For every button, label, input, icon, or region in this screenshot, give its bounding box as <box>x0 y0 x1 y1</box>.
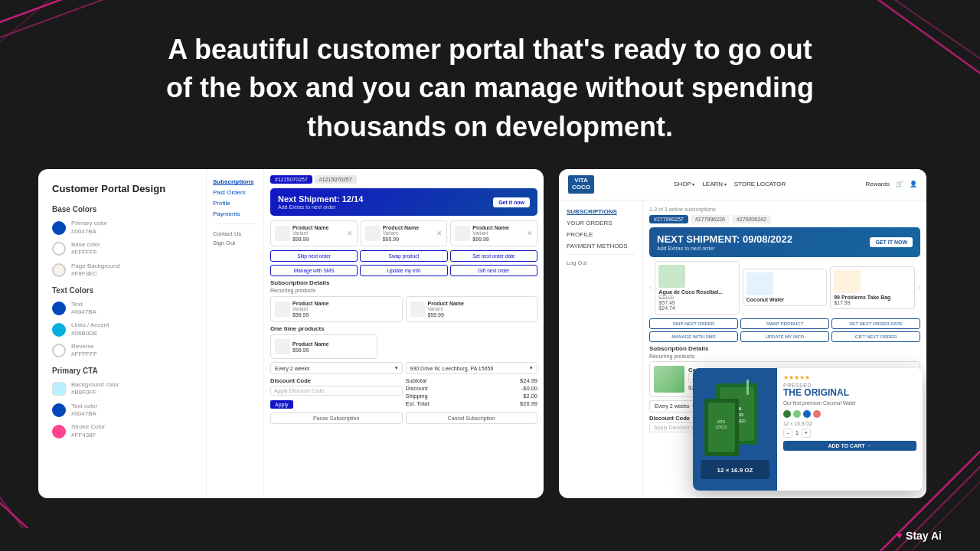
cancel-subscription-btn[interactable]: Cancel Subscription <box>406 412 538 424</box>
popup-desc: Our first premium Coconut Water <box>783 400 916 406</box>
product-card-3: Product Name Variant $99.99 ✕ <box>450 220 537 246</box>
get-it-button[interactable]: Get it now <box>493 197 530 207</box>
products-row: Product Name Variant $99.99 ✕ Product Na… <box>270 220 537 246</box>
color-label-reverse: Reverse #FFFFFF <box>71 343 97 359</box>
address-select[interactable]: 930 Drive W, Leechburg, PA 15656 ▾ <box>406 362 538 374</box>
vita-product-3: 99 Problems Take Bag $17.99 <box>830 266 914 309</box>
panel-title: Customer Portal Design <box>52 183 192 194</box>
nav-learn[interactable]: LEARN <box>702 181 726 187</box>
nav-store-locator[interactable]: STORE LOCATOR <box>734 181 786 187</box>
manage-sms-btn[interactable]: Manage with SMS <box>270 265 358 276</box>
color-item-reverse: Reverse #FFFFFF <box>52 343 192 359</box>
vita-tabs: #277990257 #277996226 #270006242 <box>649 215 920 223</box>
discount-row: Discount -$0.00 <box>406 385 538 392</box>
vita-gift-btn[interactable]: GIFT NEXT ORDER <box>831 331 920 342</box>
popup-qty-increase[interactable]: + <box>802 429 811 438</box>
nav-profile[interactable]: Profile <box>213 200 257 207</box>
gift-order-btn[interactable]: Gift next order <box>450 265 537 276</box>
nav-subscriptions[interactable]: Subscriptions <box>213 178 257 185</box>
discount-input[interactable]: Apply Discount Code <box>270 386 403 396</box>
one-time-img <box>275 339 290 354</box>
hero-section: A beautiful customer portal that's ready… <box>0 0 980 169</box>
color-dot-primary <box>52 221 66 235</box>
product-remove-3[interactable]: ✕ <box>527 230 533 237</box>
vita-nav-logout[interactable]: Log Out <box>567 259 635 266</box>
cta-stroke-item: Stroke Color #FF438F <box>52 423 192 439</box>
vita-product-img-1 <box>658 265 685 288</box>
shipment-subtitle: Add Extras to next order <box>278 204 363 210</box>
popup-add-to-cart-btn[interactable]: ADD TO CART → <box>783 441 916 451</box>
color-option-green[interactable] <box>783 410 791 418</box>
vita-set-date-btn[interactable]: SET NEXT ORDER DATE <box>831 318 920 329</box>
frequency-select[interactable]: Every 2 weeks ▾ <box>270 362 403 374</box>
product-remove-1[interactable]: ✕ <box>347 230 353 237</box>
portal-preview: Subscriptions Past Orders Profile Paymen… <box>207 169 544 498</box>
rewards-link[interactable]: Rewards <box>865 181 890 187</box>
vita-nav-subscriptions[interactable]: SUBSCRIPTIONS <box>567 208 635 215</box>
nav-contact[interactable]: Contact Us <box>213 230 257 237</box>
nav-shop[interactable]: SHOP <box>674 181 694 187</box>
product-img-1 <box>275 226 290 241</box>
vita-product-img-2 <box>746 272 773 295</box>
user-icon[interactable]: 👤 <box>910 181 917 187</box>
svg-text:12 × 16.9 OZ: 12 × 16.9 OZ <box>717 467 753 474</box>
base-colors-label: Base Colors <box>52 205 192 214</box>
swap-product-btn[interactable]: Swap product <box>360 250 447 262</box>
panels-container: Customer Portal Design Base Colors Prima… <box>0 169 980 498</box>
color-item-bg: Page Background #F8F3EC <box>52 262 192 279</box>
vita-products-row: ‹ Agua de Coco Reselbal... $20.00 $57.49… <box>649 261 920 315</box>
vita-actions: SKIP NEXT ORDER SWAP PRODUCT SET NEXT OR… <box>649 318 920 342</box>
apply-discount-btn[interactable]: Apply <box>270 400 293 409</box>
vita-nav-orders[interactable]: YOUR ORDERS <box>567 220 635 227</box>
popup-product-info: ★★★★★ PRESSED THE ORIGINAL Our first pre… <box>777 368 923 491</box>
vita-tab-2[interactable]: #277996226 <box>691 215 730 223</box>
update-info-btn[interactable]: Update my info <box>360 265 447 276</box>
design-sidebar: Customer Portal Design Base Colors Prima… <box>38 169 207 498</box>
nav-past-orders[interactable]: Past Orders <box>213 189 257 196</box>
vita-get-btn[interactable]: GET IT NOW <box>870 237 913 247</box>
cart-icon[interactable]: 🛒 <box>896 181 903 187</box>
popup-qty-value: 1 <box>795 430 799 435</box>
color-option-lightgreen[interactable] <box>793 410 801 418</box>
svg-text:VITA: VITA <box>717 419 726 424</box>
nav-signout[interactable]: Sign Out <box>213 240 257 246</box>
vita-sms-btn[interactable]: MANAGE WITH SMS <box>649 331 738 342</box>
color-item-links: Links / Accent #06B0DE <box>52 321 192 337</box>
vita-tab-3[interactable]: #270006242 <box>732 215 771 223</box>
set-order-date-btn[interactable]: Set next order date <box>450 250 537 262</box>
nav-payments[interactable]: Payments <box>213 210 257 217</box>
vita-header-right: Rewards 🛒 👤 <box>865 181 917 187</box>
one-time-info: Product Name $99.99 <box>292 341 328 353</box>
vita-update-btn[interactable]: UPDATE MY INFO <box>740 331 829 342</box>
vita-shipment-info: NEXT SHIPMENT: 09/08/2022 Add Extras to … <box>657 233 792 251</box>
popup-title: THE ORIGINAL <box>783 388 916 398</box>
skip-order-btn[interactable]: Skip next order <box>270 250 358 262</box>
order-summary: Subtotal $24.99 Discount -$0.00 Shipping… <box>406 377 538 409</box>
color-item-base: Base color #FFFFFF <box>52 241 192 257</box>
next-product-btn[interactable]: › <box>918 283 920 292</box>
bottom-buttons: Pause Subscription Cancel Subscription <box>270 412 537 424</box>
hero-headline: A beautiful customer portal that's ready… <box>153 31 827 146</box>
recurring-img-2 <box>410 302 426 317</box>
tab-1[interactable]: #1215070257 <box>270 175 312 184</box>
freq-addr-row: Every 2 weeks ▾ 930 Drive W, Leechburg, … <box>270 362 537 374</box>
vita-skip-btn[interactable]: SKIP NEXT ORDER <box>649 318 738 329</box>
vita-tab-1[interactable]: #277990257 <box>649 215 688 223</box>
tab-2[interactable]: #1215070257 <box>315 175 357 184</box>
product-remove-2[interactable]: ✕ <box>436 230 443 237</box>
color-option-red[interactable] <box>813 410 821 418</box>
cta-stroke-label: Stroke Color #FF438F <box>71 423 105 439</box>
svg-rect-15 <box>746 380 749 395</box>
popup-qty-decrease[interactable]: - <box>783 429 792 438</box>
vita-product-2: Coconut Water <box>743 269 827 306</box>
cta-bg-label: Background color #B8F0FF <box>71 381 119 397</box>
product-card-2: Product Name Variant $99.99 ✕ <box>361 220 448 246</box>
vita-swap-btn[interactable]: SWAP PRODUCT <box>740 318 829 329</box>
prev-product-btn[interactable]: ‹ <box>649 283 652 292</box>
vita-nav-payment[interactable]: PAYMENT METHODS <box>567 243 635 249</box>
color-option-blue[interactable] <box>803 410 811 418</box>
pause-subscription-btn[interactable]: Pause Subscription <box>270 412 403 424</box>
product-cartons-svg: VITA COCO PRESSED VITA COCO 12 × 16.9 OZ <box>693 368 777 491</box>
popup-color-options <box>783 410 916 418</box>
vita-nav-profile[interactable]: PROFILE <box>567 231 635 238</box>
